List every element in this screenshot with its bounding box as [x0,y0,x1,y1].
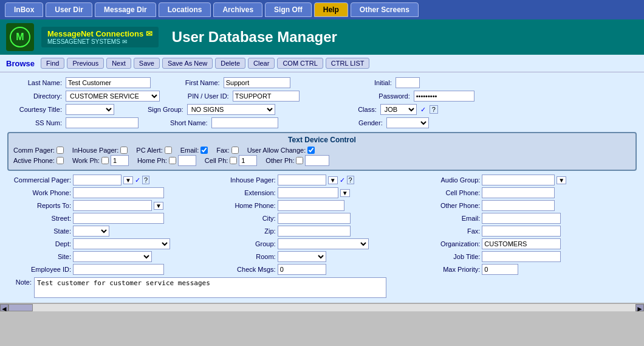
cell-ph-check[interactable] [230,157,237,164]
find-button[interactable]: Find [41,58,64,69]
active-phone-check[interactable] [57,157,64,164]
brand-block: MessageNet Connections ✉ MESSAGENET SYST… [41,27,159,47]
password-input[interactable] [414,91,474,102]
commercial-pager-question-icon[interactable]: ? [142,176,149,184]
next-button[interactable]: Next [106,58,131,69]
initial-input[interactable] [396,77,420,88]
pin-input[interactable] [233,91,300,102]
city-input[interactable] [278,213,351,224]
note-textarea[interactable]: Test customer for customer service messa… [34,277,386,298]
scroll-left-button[interactable]: ◄ [0,304,9,311]
nav-tab-inbox[interactable]: InBox [5,2,43,17]
job-title-input[interactable] [482,251,561,262]
employee-id-input[interactable] [73,264,164,275]
reports-to-input[interactable] [73,200,152,211]
fax-check[interactable] [231,147,239,154]
gender-select[interactable] [386,117,429,128]
inhouse-pager-input[interactable] [278,175,326,185]
extension-input[interactable] [278,187,338,198]
directory-select[interactable]: CUSTOMER SERVICE [66,91,160,102]
work-phone-input[interactable] [73,187,164,198]
inhouse-pager-question-icon[interactable]: ? [347,176,354,184]
note-row: Note: Test customer for customer service… [7,277,637,298]
commercial-pager-input[interactable] [73,175,122,185]
delete-button[interactable]: Delete [215,58,245,69]
cell-phone-input[interactable] [482,187,555,198]
reports-to-dropdown-icon[interactable]: ▼ [154,202,163,210]
other-ph-input[interactable] [305,155,329,166]
email-row: Email: [428,213,637,224]
class-question-icon[interactable]: ? [430,105,438,114]
home-phone-input[interactable] [278,200,344,211]
other-ph-check[interactable] [296,157,303,164]
check-msgs-input[interactable] [278,264,326,275]
scroll-track[interactable] [9,304,635,311]
state-select[interactable] [73,226,109,237]
email-input[interactable] [482,213,561,224]
horizontal-scrollbar[interactable]: ◄ ► [0,303,644,311]
email-check[interactable] [200,147,208,154]
check-msgs-label: Check Msgs: [218,266,276,273]
inhouse-pager-dropdown-icon[interactable]: ▼ [328,176,338,184]
audio-group-input[interactable] [482,175,555,185]
work-ph-item: Work Ph: [72,155,129,166]
work-ph-check[interactable] [101,157,109,164]
nav-tab-locations[interactable]: Locations [159,2,211,17]
dept-select[interactable] [73,238,170,249]
street-input[interactable] [73,213,164,224]
commercial-pager-dropdown-icon[interactable]: ▼ [123,176,133,184]
other-phone-input[interactable] [482,200,555,211]
first-name-input[interactable] [224,77,290,88]
group-select[interactable] [278,238,369,249]
other-phone-row: Other Phone: [428,200,637,211]
browse-link[interactable]: Browse [6,59,35,68]
previous-button[interactable]: Previous [67,58,104,69]
ss-num-input[interactable] [66,117,139,128]
nav-tab-signoff[interactable]: Sign Off [265,2,312,17]
class-select[interactable]: JOB [380,104,417,115]
zip-input[interactable] [278,226,351,237]
courtesy-select[interactable] [66,104,114,115]
nav-tab-help[interactable]: Help [314,2,348,17]
work-ph-input[interactable] [111,155,129,166]
nav-tab-archives[interactable]: Archives [213,2,262,17]
nav-tab-otherscreens[interactable]: Other Screens [351,2,419,17]
home-ph-check[interactable] [169,157,176,164]
room-select[interactable] [278,251,326,262]
ctrl-list-button[interactable]: CTRL LIST [326,58,370,69]
nav-tab-messagedir[interactable]: Message Dir [95,2,156,17]
scroll-right-button[interactable]: ► [635,304,644,311]
sign-group-select[interactable]: NO SIGNS [187,104,275,115]
cell-phone-label: Cell Phone: [428,189,480,196]
comm-pager-check[interactable] [57,147,64,154]
brand-sub: MESSAGENET SYSTEMS ✉ [47,38,152,45]
com-ctrl-button[interactable]: COM CTRL [277,58,323,69]
inhouse-pager-check[interactable] [120,147,128,154]
inhouse-pager-label: Inhouse Pager: [218,176,276,184]
job-title-row: Job Title: [428,251,637,262]
save-as-new-button[interactable]: Save As New [162,58,213,69]
cell-ph-label: Cell Ph: [205,157,228,164]
max-priority-row: Max Priority: [428,264,637,275]
organization-input[interactable] [482,238,561,249]
clear-button[interactable]: Clear [248,58,275,69]
short-name-input[interactable] [211,117,278,128]
cell-ph-input[interactable] [239,155,257,166]
site-select[interactable] [73,251,152,262]
extension-label: Extension: [218,189,276,196]
max-priority-input[interactable] [482,264,518,275]
top-navigation: InBox User Dir Message Dir Locations Arc… [0,0,644,19]
home-ph-label: Home Ph: [137,157,167,164]
sign-group-label: Sign Group: [138,106,183,113]
email-tdc-label: Email: [180,147,199,154]
extension-dropdown-icon[interactable]: ▼ [340,189,350,197]
pc-alert-check[interactable] [165,147,172,154]
last-name-input[interactable] [66,77,151,88]
user-allow-change-check[interactable] [307,147,315,154]
save-button[interactable]: Save [134,58,160,69]
home-ph-input[interactable] [178,155,196,166]
nav-tab-userdir[interactable]: User Dir [46,2,92,17]
scroll-thumb[interactable] [9,304,33,311]
fax-input[interactable] [482,226,561,237]
audio-group-dropdown-icon[interactable]: ▼ [557,176,566,184]
